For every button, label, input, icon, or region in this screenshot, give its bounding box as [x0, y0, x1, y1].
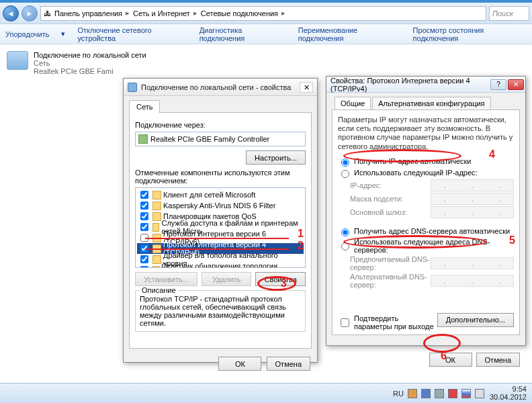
component-check[interactable] [140, 202, 148, 210]
network-icon [7, 51, 28, 70]
component-row[interactable]: Клиент для сетей Microsoft [137, 189, 304, 200]
component-icon [152, 255, 161, 264]
info-text: Параметры IP могут назначаться автоматич… [338, 116, 514, 151]
annotation-underline-2 [145, 249, 289, 250]
component-check[interactable] [140, 191, 148, 199]
component-check[interactable] [140, 255, 148, 263]
close-icon[interactable]: ✕ [508, 79, 524, 90]
component-icon [152, 202, 161, 210]
tray-icon[interactable] [408, 389, 417, 398]
description-text: Протокол TCP/IP - стандартный протокол г… [140, 295, 301, 327]
mask-input: ... [431, 193, 514, 205]
properties-button[interactable]: Свойства [255, 272, 306, 286]
component-label: Kaspersky Anti-Virus NDIS 6 Filter [163, 202, 275, 210]
organize-menu[interactable]: Упорядочить [5, 30, 49, 38]
breadcrumb[interactable]: 🖧 Панель управления▸ Сеть и Интернет▸ Се… [40, 6, 486, 21]
system-tray[interactable]: RU [393, 389, 484, 398]
component-row[interactable]: Kaspersky Anti-Virus NDIS 6 Filter [137, 200, 304, 211]
tray-icon[interactable] [461, 389, 471, 398]
dialog-title: Свойства: Протокол Интернета версии 4 (T… [330, 77, 490, 93]
lang-indicator[interactable]: RU [393, 390, 404, 398]
advanced-button[interactable]: Дополнительно... [437, 313, 514, 327]
connection-name: Подключение по локальной сети [34, 51, 146, 59]
component-row[interactable]: Ответчик обнаружения топологии канальног… [137, 265, 304, 268]
connection-item[interactable]: Подключение по локальной сети Сеть Realt… [7, 51, 525, 75]
crumb[interactable]: Панель управления [52, 9, 124, 17]
dialog-icon [128, 83, 137, 92]
component-icon [152, 266, 160, 269]
crumb[interactable]: Сеть и Интернет [131, 9, 192, 17]
validate-check[interactable]: Подтвердить параметры при выходе [338, 314, 437, 330]
ipv4-properties-dialog: Свойства: Протокол Интернета версии 4 (T… [326, 76, 526, 346]
component-label: Ответчик обнаружения топологии канальног… [162, 262, 303, 268]
connection-sub: Сеть [34, 59, 146, 67]
gw-input: ... [431, 206, 514, 218]
titlebar[interactable]: Подключение по локальной сети - свойства… [124, 79, 317, 96]
connection-properties-dialog: Подключение по локальной сети - свойства… [123, 78, 318, 363]
components-list[interactable]: Клиент для сетей MicrosoftKaspersky Anti… [135, 187, 306, 268]
tab-network[interactable]: Сеть [129, 100, 160, 113]
component-icon [152, 223, 159, 232]
folder-icon: 🖧 [44, 9, 51, 17]
nav-bar: ◄ ► 🖧 Панель управления▸ Сеть и Интернет… [0, 3, 532, 24]
ip-input: ... [431, 179, 514, 191]
adapter-field: Realtek PCIe GBE Family Controller [135, 132, 306, 146]
diagnose[interactable]: Диагностика подключения [200, 26, 286, 42]
tray-icon[interactable] [448, 389, 457, 398]
toolbar: Упорядочить▾ Отключение сетевого устройс… [0, 24, 532, 44]
tray-icon[interactable] [475, 389, 484, 398]
configure-button[interactable]: Настроить... [246, 150, 306, 165]
ok-button[interactable]: ОК [218, 357, 261, 371]
remove-button[interactable]: Удалить [202, 272, 252, 286]
dialog-title: Подключение по локальной сети - свойства [141, 83, 300, 91]
dns2-label: Альтернативный DNS-сервер: [350, 273, 431, 289]
crumb[interactable]: Сетевые подключения [199, 9, 280, 17]
taskbar: RU 9:54 30.04.2012 [0, 383, 532, 403]
annotation-underline-1 [145, 238, 289, 239]
component-icon [152, 191, 161, 199]
dns1-input: ... [431, 257, 514, 269]
back-button[interactable]: ◄ [3, 5, 19, 21]
components-label: Отмеченные компоненты используются этим … [135, 169, 306, 185]
tab-general[interactable]: Общие [335, 97, 371, 109]
ok-button[interactable]: ОК [429, 353, 472, 367]
radio-auto-dns[interactable]: Получить адрес DNS-сервера автоматически [338, 226, 514, 236]
component-check[interactable] [140, 212, 148, 220]
radio-manual-ip[interactable]: Использовать следующий IP-адрес: [338, 168, 514, 178]
component-check[interactable] [140, 266, 148, 268]
gw-label: Основной шлюз: [350, 208, 431, 216]
titlebar[interactable]: Свойства: Протокол Интернета версии 4 (T… [326, 77, 525, 93]
component-label: Клиент для сетей Microsoft [163, 191, 255, 199]
component-icon [152, 212, 161, 221]
disable-device[interactable]: Отключение сетевого устройства [77, 26, 187, 42]
description-group: Описание Протокол TCP/IP - стандартный п… [135, 290, 306, 332]
tray-icon[interactable] [421, 389, 431, 398]
forward-button[interactable]: ► [21, 5, 38, 21]
tab-alt[interactable]: Альтернативная конфигурация [372, 97, 490, 109]
search-input[interactable]: Поиск [489, 6, 529, 21]
dns2-input: ... [431, 275, 514, 287]
connection-adapter: Realtek PCIe GBE Fami [34, 67, 146, 75]
radio-auto-ip[interactable]: Получить IP-адрес автоматически [338, 156, 514, 167]
component-check[interactable] [140, 223, 148, 231]
rename[interactable]: Переименование подключения [298, 26, 401, 42]
cancel-button[interactable]: Отмена [476, 353, 520, 367]
close-icon[interactable]: ✕ [300, 82, 313, 93]
cancel-button[interactable]: Отмена [267, 357, 310, 371]
via-label: Подключение через: [135, 121, 306, 129]
adapter-name: Realtek PCIe GBE Family Controller [150, 135, 269, 143]
clock[interactable]: 9:54 30.04.2012 [490, 386, 527, 401]
dns1-label: Предпочитаемый DNS-сервер: [350, 255, 431, 271]
mask-label: Маска подсети: [350, 195, 431, 203]
help-button[interactable]: ? [490, 79, 506, 90]
ip-label: IP-адрес: [350, 181, 431, 189]
description-title: Описание [140, 286, 178, 294]
adapter-icon [138, 134, 148, 144]
radio-manual-dns[interactable]: Использовать следующие адреса DNS-сервер… [338, 238, 514, 254]
view-status[interactable]: Просмотр состояния подключения [413, 26, 527, 42]
install-button[interactable]: Установить... [135, 272, 197, 286]
tray-icon[interactable] [435, 389, 444, 398]
